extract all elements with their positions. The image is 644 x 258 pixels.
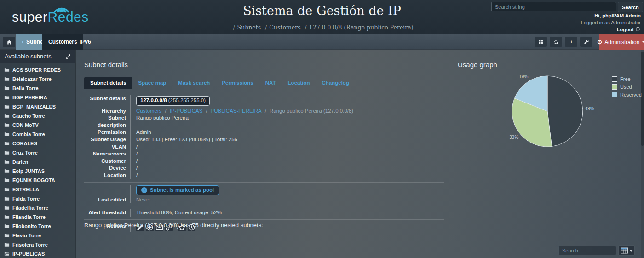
sidebar-subnet-item[interactable]: BGP_MANIZALES	[0, 102, 75, 111]
pie-label-used: 33%	[509, 135, 518, 140]
main-panel: Subnet details Subnet detailsSpace mapMa…	[84, 50, 444, 232]
pie-label-reserved: 19%	[519, 74, 528, 79]
table-columns-button[interactable]	[618, 245, 635, 256]
sidebar-subnet-item[interactable]: Belalcazar Torre	[0, 75, 75, 84]
folder-icon	[4, 196, 10, 201]
breadcrumb-current: 127.0.0.0/8 (Rango publico Pereira)	[309, 24, 414, 31]
sidebar-subnet-item[interactable]: Combia Torre	[0, 130, 75, 139]
folder-icon	[4, 76, 10, 82]
folder-icon	[4, 159, 10, 165]
detail-row-last-edited: Last edited i Subnet is marked as pool N…	[84, 185, 444, 204]
expand-icon[interactable]	[65, 54, 71, 59]
folder-icon	[4, 233, 10, 238]
home-button[interactable]	[3, 37, 15, 47]
pool-button[interactable]: i Subnet is marked as pool	[136, 185, 219, 195]
sidebar-subnet-item[interactable]: BGP PEREIRA	[0, 93, 75, 102]
modules-icon[interactable]	[535, 37, 547, 47]
sidebar-subnet-item[interactable]: Filadelfia Torre	[0, 203, 75, 212]
legend-swatch	[612, 92, 617, 97]
sidebar-subnet-item[interactable]: Cruz Torre	[0, 148, 75, 157]
sidebar-subnet-item[interactable]: Caucho Torre	[0, 111, 75, 120]
divider	[84, 219, 444, 220]
navbar: ›Subnets Customers IPv6 i ⚙ Administrati…	[0, 34, 644, 50]
legend-item-free: Free	[612, 75, 642, 83]
detail-row-nameservers: Nameservers/	[84, 150, 444, 158]
subnet-list: ACS SUPER REDES Belalcazar Torre Bella T…	[0, 63, 75, 258]
breadcrumb-customers[interactable]: Customers	[269, 24, 300, 31]
info-circle-icon: i	[141, 187, 147, 193]
folder-icon	[4, 67, 10, 73]
folder-icon	[4, 205, 10, 211]
folder-icon	[4, 178, 10, 183]
subnet-details-heading: Subnet details	[84, 61, 444, 73]
tab-location[interactable]: Location	[282, 77, 316, 89]
scrollbar-thumb[interactable]	[641, 52, 644, 146]
nested-subnets-section: Rango publico Pereira (127.0.0.0/8) has …	[84, 222, 638, 233]
folder-icon	[4, 141, 10, 146]
chart-legend: FreeUsedReserved	[612, 75, 642, 98]
hierarchy-link[interactable]: PUBLICAS-PEREIRA	[211, 108, 262, 114]
scrollbar[interactable]	[641, 50, 644, 258]
detail-row-subnet: Subnet details 127.0.0.0/8 (255.255.255.…	[84, 95, 444, 108]
table-search-input[interactable]	[558, 246, 616, 255]
sidebar-subnet-item[interactable]: Frisolera Torre	[0, 240, 75, 249]
sidebar-subnet-item[interactable]: Eoip JUNTAS	[0, 166, 75, 176]
sidebar-subnet-item[interactable]: Flavio Torre	[0, 231, 75, 240]
hierarchy-link[interactable]: Customers	[136, 108, 162, 114]
wrench-icon[interactable]	[580, 37, 592, 47]
subnet-tabs: Subnet detailsSpace mapMask searchPermis…	[84, 77, 444, 89]
sidebar-subnet-item[interactable]: ESTRELLA	[0, 185, 75, 194]
sidebar-subnet-item[interactable]: ACS SUPER REDES	[0, 65, 75, 75]
app-header: superRedes Sistema de Gestión de IP /Sub…	[0, 0, 644, 34]
tab-permissions[interactable]: Permissions	[216, 77, 259, 89]
detail-row-location: Location/	[84, 172, 444, 179]
sidebar-header: Available subnets	[0, 50, 75, 63]
tab-space-map[interactable]: Space map	[132, 77, 172, 89]
detail-row-permission: PermissionAdmin	[84, 129, 444, 136]
sidebar-subnet-item[interactable]: IP-PUBLICAS	[0, 249, 75, 258]
tab-subnet-details[interactable]: Subnet details	[84, 77, 132, 89]
legend-swatch	[612, 76, 617, 82]
sidebar-subnet-item[interactable]: Filobonito Torre	[0, 222, 75, 231]
sidebar-subnet-item[interactable]: CDN MoTV	[0, 120, 75, 130]
folder-icon	[4, 187, 10, 192]
hierarchy-current: Rango publico Pereira (127.0.0.0/8)	[270, 108, 353, 114]
folder-icon	[4, 86, 10, 91]
detail-row-hierarchy: Hierarchy Customers/IP-PUBLICAS/PUBLICAS…	[84, 108, 444, 115]
logout-icon	[636, 27, 641, 32]
divider	[84, 233, 638, 233]
usage-panel: Usage graph 48%33%19% FreeUsedReserved	[458, 50, 639, 73]
detail-row-device: Device/	[84, 165, 444, 172]
sidebar-subnet-item[interactable]: CORALES	[0, 139, 75, 148]
tab-changelog[interactable]: Changelog	[316, 77, 355, 89]
hierarchy-link[interactable]: IP-PUBLICAS	[170, 108, 203, 114]
info-icon[interactable]: i	[565, 37, 577, 47]
tab-nat[interactable]: NAT	[259, 77, 282, 89]
star-icon[interactable]	[550, 37, 562, 47]
search-button[interactable]: Search	[618, 2, 643, 12]
last-edited-value: Never	[136, 196, 444, 204]
legend-swatch	[612, 84, 617, 90]
usage-pie-chart: 48%33%19%	[501, 65, 593, 157]
sidebar-subnet-item[interactable]: Bella Torre	[0, 84, 75, 93]
divider	[84, 182, 444, 183]
caret-down-icon	[629, 250, 633, 253]
sidebar-subnet-item[interactable]: Filandia Torre	[0, 212, 75, 222]
sidebar-subnet-item[interactable]: Darien	[0, 157, 75, 166]
tab-mask-search[interactable]: Mask search	[172, 77, 216, 89]
folder-open-icon	[4, 251, 10, 257]
folder-icon	[4, 95, 10, 100]
pie-slice-free	[547, 76, 583, 146]
folder-icon	[4, 104, 10, 109]
hierarchy-path: Customers/IP-PUBLICAS/PUBLICAS-PEREIRA/R…	[130, 108, 444, 115]
svg-text:i: i	[570, 39, 572, 44]
search-input[interactable]	[491, 2, 616, 11]
header-search: Search	[491, 2, 643, 12]
sidebar-subnet-item[interactable]: EQUNIX BOGOTA	[0, 176, 75, 185]
logout-link[interactable]: Logout	[581, 26, 641, 33]
administration-menu[interactable]: ⚙ Administration	[599, 34, 644, 50]
sidebar-subnet-item[interactable]: Falda Torre	[0, 194, 75, 203]
nav-item-ipv6[interactable]: IPv6	[74, 34, 97, 50]
breadcrumb-subnets[interactable]: Subnets	[237, 24, 261, 31]
folder-icon	[4, 224, 10, 229]
